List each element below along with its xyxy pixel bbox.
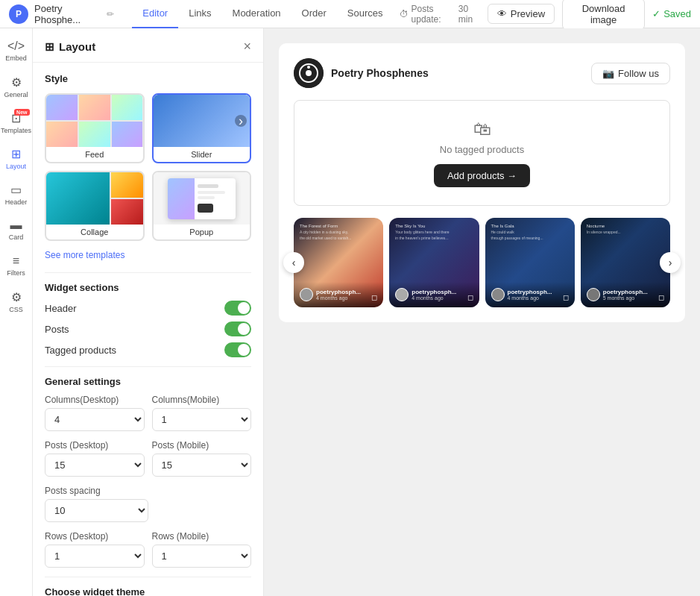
style-card-slider[interactable]: ✓ Slider xyxy=(152,93,252,163)
preview-button[interactable]: 👁 Preview xyxy=(488,4,555,24)
slider-next-button[interactable]: › xyxy=(660,252,681,273)
edit-title-icon[interactable]: ✏ xyxy=(107,9,114,19)
collage-thumbnail xyxy=(46,172,143,225)
rows-mobile-label: Rows (Mobile) xyxy=(152,531,252,542)
eye-icon: 👁 xyxy=(497,8,507,19)
tab-links[interactable]: Links xyxy=(178,0,221,28)
post-meta-3: poetryphosph... 4 months ago xyxy=(508,289,552,301)
columns-desktop-label: Columns(Desktop) xyxy=(45,395,145,405)
post-meta-2: poetryphosph... 4 months ago xyxy=(412,289,456,301)
tab-order[interactable]: Order xyxy=(291,0,337,28)
rows-mobile-field: Rows (Mobile) 1 xyxy=(152,531,252,568)
posts-settings: Posts (Desktop) 15 Posts (Mobile) 15 xyxy=(45,440,251,477)
post-text-1: The Forest of Form A city hidden in a du… xyxy=(300,224,377,241)
columns-mobile-select[interactable]: 1 xyxy=(152,408,252,431)
toggle-posts[interactable] xyxy=(224,321,251,336)
posts-desktop-label: Posts (Desktop) xyxy=(45,440,145,451)
general-icon: ⚙ xyxy=(11,75,22,90)
rows-desktop-select[interactable]: 1 xyxy=(45,545,145,568)
panel-close-button[interactable]: × xyxy=(243,39,251,54)
post-avatar-2 xyxy=(395,288,409,301)
add-products-button[interactable]: Add products → xyxy=(434,164,530,187)
toggle-tagged[interactable] xyxy=(224,342,251,357)
rows-mobile-select[interactable]: 1 xyxy=(152,545,252,568)
widget-header: Poetry Phosphenes 📷 Follow us xyxy=(294,58,670,88)
slider-prev-button[interactable]: ‹ xyxy=(283,252,304,273)
instagram-post-icon-2: ◻ xyxy=(467,293,473,301)
posts-desktop-field: Posts (Desktop) 15 xyxy=(45,440,145,477)
posts-mobile-field: Posts (Mobile) 15 xyxy=(152,440,252,477)
layout-icon: ⊞ xyxy=(11,147,21,161)
sidebar-item-templates[interactable]: New ⊡ Templates xyxy=(1,106,31,139)
toggle-row-header: Header xyxy=(45,301,251,316)
rows-desktop-field: Rows (Desktop) 1 xyxy=(45,531,145,568)
post-card-3[interactable]: The Is Gala He could walkthrough passage… xyxy=(485,218,575,307)
columns-desktop-select[interactable]: 4 xyxy=(45,408,145,431)
tab-editor[interactable]: Editor xyxy=(132,0,178,28)
rows-settings: Rows (Desktop) 1 Rows (Mobile) 1 xyxy=(45,531,251,568)
sidebar-item-general[interactable]: ⚙ General xyxy=(1,70,31,103)
sidebar-item-layout[interactable]: ⊞ Layout xyxy=(1,142,31,175)
panel-title: ⊞ Layout xyxy=(45,40,95,54)
panel-header: ⊞ Layout × xyxy=(33,28,263,63)
posts-mobile-label: Posts (Mobile) xyxy=(152,440,252,451)
style-section-label: Style xyxy=(45,73,251,84)
tab-sources[interactable]: Sources xyxy=(337,0,394,28)
columns-settings: Columns(Desktop) 4 Columns(Mobile) 1 xyxy=(45,395,251,431)
follow-button[interactable]: 📷 Follow us xyxy=(591,63,670,84)
post-avatar-4 xyxy=(587,288,600,301)
no-tagged-text: No tagged products xyxy=(312,144,652,155)
see-more-templates[interactable]: See more templates xyxy=(45,250,251,260)
post-card-2[interactable]: The Sky Is You Your body glitters here a… xyxy=(389,218,479,307)
toggle-tagged-label: Tagged products xyxy=(45,345,116,356)
post-avatar-3 xyxy=(491,288,505,301)
posts-row: The Forest of Form A city hidden in a du… xyxy=(294,218,670,307)
style-card-popup[interactable]: Popup xyxy=(152,171,252,241)
top-nav-actions: ⏱ Posts update: 30 min 👁 Preview Downloa… xyxy=(400,0,691,30)
post-meta-4: poetryphosph... 5 months ago xyxy=(603,289,648,301)
posts-desktop-select[interactable]: 15 xyxy=(45,454,145,477)
svg-point-2 xyxy=(306,70,312,76)
saved-status: ✓ Saved xyxy=(652,8,691,19)
sidebar-item-filters[interactable]: ≡ Filters xyxy=(1,249,31,282)
instagram-post-icon-4: ◻ xyxy=(658,293,664,301)
post-overlay-3: poetryphosph... 4 months ago ◻ xyxy=(485,282,575,307)
posts-update-status: ⏱ Posts update: 30 min xyxy=(400,4,480,25)
post-card-1[interactable]: The Forest of Form A city hidden in a du… xyxy=(294,218,383,307)
instagram-post-icon-3: ◻ xyxy=(563,293,569,301)
post-user-2: poetryphosph... 4 months ago xyxy=(395,288,456,301)
new-badge: New xyxy=(14,109,29,116)
style-grid: Feed ✓ Slider xyxy=(45,93,251,241)
posts-spacing-select[interactable]: 10 xyxy=(45,499,148,522)
feed-thumbnail xyxy=(46,95,143,147)
layout-panel-icon: ⊞ xyxy=(45,40,54,54)
rows-desktop-label: Rows (Desktop) xyxy=(45,531,145,542)
post-overlay-4: poetryphosph... 5 months ago ◻ xyxy=(581,282,670,307)
tab-moderation[interactable]: Moderation xyxy=(222,0,291,28)
post-overlay-2: poetryphosph... 4 months ago ◻ xyxy=(389,282,479,307)
general-settings-label: General settings xyxy=(45,376,251,387)
post-meta-1: poetryphosph... 4 months ago xyxy=(316,289,361,301)
style-card-feed[interactable]: Feed xyxy=(45,93,145,163)
app-logo: P xyxy=(9,4,28,24)
slider-label: Slider xyxy=(154,147,250,162)
download-button[interactable]: Download image xyxy=(562,0,645,30)
widget-theme-label: Choose widget theme xyxy=(45,586,251,596)
brand-name: Poetry Phosphenes xyxy=(331,67,429,79)
sidebar-item-embed[interactable]: </> Embed xyxy=(1,34,31,67)
post-user-1: poetryphosph... 4 months ago xyxy=(300,288,361,301)
embed-icon: </> xyxy=(7,40,25,53)
sidebar-item-header[interactable]: ▭ Header xyxy=(1,178,31,210)
popup-label: Popup xyxy=(154,225,250,239)
post-card-4[interactable]: Nocturne In silence wrapped... poetrypho… xyxy=(581,218,670,307)
widget-card: Poetry Phosphenes 📷 Follow us 🛍 No tagge… xyxy=(279,43,685,322)
svg-point-3 xyxy=(307,66,310,69)
toggle-header[interactable] xyxy=(224,301,251,316)
style-card-collage[interactable]: Collage xyxy=(45,171,145,241)
posts-slider: ‹ The Forest of Form A city hidden in a … xyxy=(294,218,670,307)
sidebar-item-card[interactable]: ▬ Card xyxy=(1,213,31,246)
post-overlay-1: poetryphosph... 4 months ago ◻ xyxy=(294,282,383,307)
sidebar-item-css[interactable]: ⚙ CSS xyxy=(1,285,31,318)
posts-mobile-select[interactable]: 15 xyxy=(152,454,252,477)
post-text-3: The Is Gala He could walkthrough passage… xyxy=(491,224,569,241)
